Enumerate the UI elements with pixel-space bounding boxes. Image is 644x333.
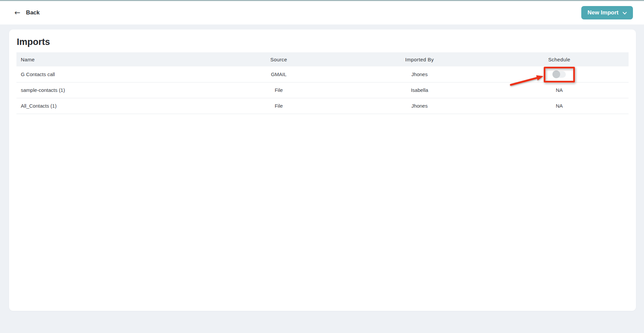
cell-source: File <box>208 98 349 114</box>
back-label: Back <box>26 9 40 16</box>
table-row[interactable]: sample-contacts (1) File Isabella NA <box>16 82 629 98</box>
column-header-imported-by: Imported By <box>349 52 490 66</box>
cell-imported-by: Jhones <box>349 98 490 114</box>
cell-imported-by: Jhones <box>349 66 490 82</box>
main-area: Imports Name Source Imported By Schedule… <box>0 24 644 333</box>
cell-schedule: NA <box>490 98 629 114</box>
column-header-name: Name <box>16 52 208 66</box>
column-header-schedule: Schedule <box>490 52 629 66</box>
table-row[interactable]: G Contacts call GMAIL Jhones <box>16 66 629 82</box>
new-import-button[interactable]: New Import <box>581 6 633 19</box>
cell-imported-by: Isabella <box>349 82 490 98</box>
imports-table: Name Source Imported By Schedule G Conta… <box>16 52 629 114</box>
chevron-down-icon <box>623 12 627 15</box>
cell-name: G Contacts call <box>16 66 208 82</box>
cell-schedule <box>490 66 629 82</box>
cell-schedule: NA <box>490 82 629 98</box>
imports-page: { "header": { "back_label": "Back", "new… <box>0 0 644 333</box>
schedule-toggle[interactable] <box>553 70 566 78</box>
cell-source: File <box>208 82 349 98</box>
cell-name: sample-contacts (1) <box>16 82 208 98</box>
cell-name: All_Contacts (1) <box>16 98 208 114</box>
column-header-source: Source <box>208 52 349 66</box>
imports-card: Imports Name Source Imported By Schedule… <box>9 30 636 311</box>
back-button[interactable]: ← Back <box>14 9 40 16</box>
cell-source: GMAIL <box>208 66 349 82</box>
toggle-knob <box>552 70 560 78</box>
header-bar: ← Back New Import <box>0 1 644 24</box>
new-import-label: New Import <box>587 9 619 16</box>
table-row[interactable]: All_Contacts (1) File Jhones NA <box>16 98 629 114</box>
back-arrow-icon: ← <box>14 9 20 16</box>
page-title: Imports <box>17 37 629 47</box>
table-header-row: Name Source Imported By Schedule <box>16 52 629 66</box>
